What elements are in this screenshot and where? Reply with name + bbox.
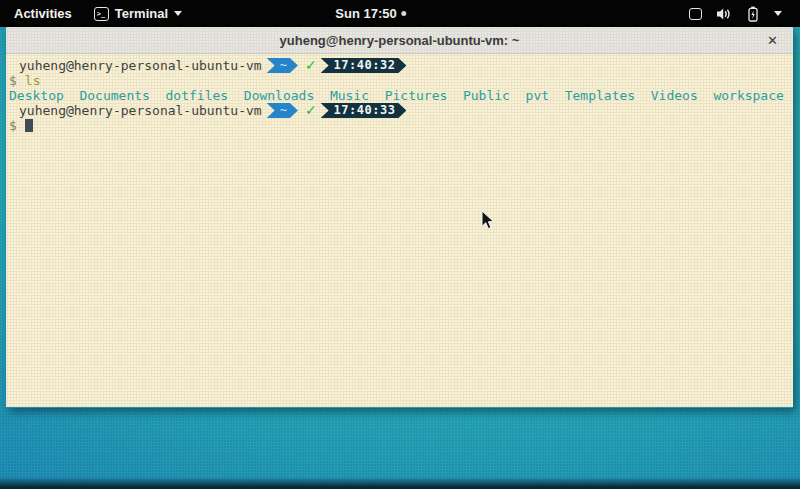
terminal-icon: >_: [94, 7, 109, 21]
activities-button[interactable]: Activities: [0, 0, 86, 27]
desktop-background: Activities >_ Terminal Sun 17:50: [0, 0, 800, 489]
prompt-line-2: yuheng@henry-personal-ubuntu-vm ~ ✓ 17:4…: [9, 103, 793, 118]
ls-output-line: Desktop Documents dotfiles Downloads Mus…: [9, 88, 793, 103]
close-button[interactable]: ✕: [765, 32, 780, 49]
typed-command: ls: [25, 73, 41, 88]
chevron-down-icon: [174, 11, 182, 16]
prompt-time-segment: 17:40:32: [321, 58, 407, 73]
command-line: $ls: [9, 73, 793, 88]
battery-charging-icon: [746, 6, 760, 22]
volume-icon: [716, 7, 732, 21]
prompt-user-host: yuheng@henry-personal-ubuntu-vm: [19, 103, 262, 118]
display-icon: [689, 8, 702, 20]
top-bar-left: Activities >_ Terminal: [0, 0, 190, 27]
clock-button[interactable]: Sun 17:50: [335, 0, 406, 27]
terminal-content[interactable]: yuheng@henry-personal-ubuntu-vm ~ ✓ 17:4…: [6, 54, 793, 407]
prompt-user-host: yuheng@henry-personal-ubuntu-vm: [19, 58, 262, 73]
window-title: yuheng@henry-personal-ubuntu-vm: ~: [280, 33, 520, 48]
top-bar: Activities >_ Terminal Sun 17:50: [0, 0, 800, 27]
app-menu-label: Terminal: [115, 6, 168, 21]
notification-dot-icon: [402, 11, 407, 16]
chevron-down-icon: [774, 11, 782, 16]
app-menu-terminal[interactable]: >_ Terminal: [86, 0, 190, 27]
shell-prompt-symbol: $: [9, 73, 17, 88]
shell-prompt-symbol: $: [9, 118, 17, 133]
check-icon: ✓: [305, 58, 317, 73]
prompt-line-1: yuheng@henry-personal-ubuntu-vm ~ ✓ 17:4…: [9, 58, 793, 73]
check-icon: ✓: [305, 103, 317, 118]
system-tray[interactable]: [671, 0, 800, 27]
input-line: $: [9, 118, 793, 133]
window-titlebar[interactable]: yuheng@henry-personal-ubuntu-vm: ~ ✕: [6, 27, 793, 54]
prompt-path-segment: ~: [267, 58, 298, 73]
prompt-path-segment: ~: [267, 103, 298, 118]
prompt-time-segment: 17:40:33: [321, 103, 407, 118]
terminal-window: yuheng@henry-personal-ubuntu-vm: ~ ✕ yuh…: [6, 27, 793, 408]
terminal-cursor: [25, 119, 33, 132]
clock-label: Sun 17:50: [335, 6, 396, 21]
